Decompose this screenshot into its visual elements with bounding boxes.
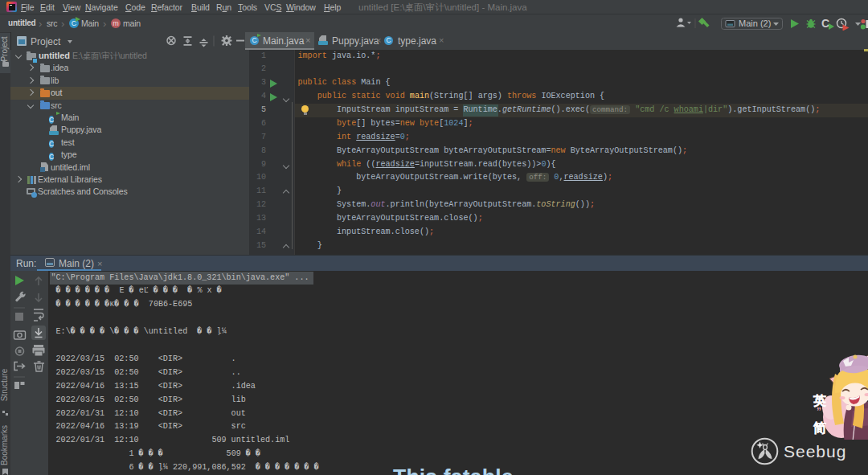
svg-text:C: C <box>821 17 829 30</box>
svg-text:Main (2): Main (2) <box>739 18 771 28</box>
svg-text:”: ” <box>817 406 821 417</box>
svg-text:Seebug: Seebug <box>784 442 846 461</box>
svg-text:简: 简 <box>813 421 826 435</box>
